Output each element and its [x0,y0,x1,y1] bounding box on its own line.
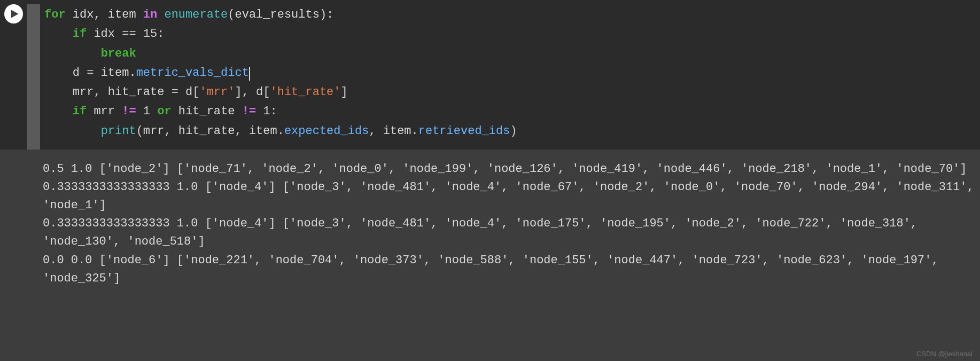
code-token: print [101,124,136,138]
code-token: retrieved_ids [418,124,510,138]
code-token: 1 [143,105,157,118]
code-token: != [122,105,143,118]
play-icon [10,9,19,19]
code-token: , [94,85,107,99]
code-token: mrr [143,124,165,138]
code-token: ): [320,8,333,21]
code-token: enumerate [164,8,228,21]
code-token: for [44,8,73,21]
code-token: . [411,124,418,138]
code-token: . [277,124,284,138]
code-token: metric_vals_dict [136,66,249,80]
code-token: != [242,105,263,118]
code-token: or [157,105,178,118]
code-token: : [270,105,277,118]
code-token: mrr [94,105,122,118]
gutter-strip [27,4,40,150]
code-line[interactable]: print(mrr, hit_rate, item.expected_ids, … [44,122,980,141]
code-token: ] [341,85,348,99]
code-token: d [73,66,87,80]
code-token: 'mrr' [199,85,235,99]
code-token: hit_rate [108,85,172,99]
code-token: idx [73,8,94,21]
code-token: , [369,124,383,138]
output-line: 0.0 0.0 ['node_6'] ['node_221', 'node_70… [43,252,980,288]
run-cell-button[interactable] [4,4,23,23]
code-line[interactable]: if idx == 15: [44,25,980,44]
code-token: = [172,85,185,99]
code-token: item [108,8,143,21]
code-token: 'hit_rate' [270,85,341,99]
code-line[interactable]: break [44,44,980,64]
output-line: 0.5 1.0 ['node_2'] ['node_71', 'node_2',… [43,160,980,178]
code-token: d [256,85,263,99]
cell-output: 0.5 1.0 ['node_2'] ['node_71', 'node_2',… [0,150,980,293]
code-token: . [129,66,136,80]
code-token: item [101,66,129,80]
code-token: , [94,8,107,21]
code-line[interactable]: mrr, hit_rate = d['mrr'], d['hit_rate'] [44,83,980,102]
code-token: d [185,85,192,99]
code-token: hit_rate [178,105,242,118]
cell-gutter [0,0,40,150]
code-token: : [157,27,164,41]
code-token: , [235,124,248,138]
output-line: 0.3333333333333333 1.0 ['node_4'] ['node… [43,215,980,251]
code-token: ], [235,85,256,99]
code-token: if [73,27,94,41]
code-line[interactable]: for idx, item in enumerate(eval_results)… [44,5,980,25]
code-token: [ [263,85,270,99]
code-token: idx [94,27,122,41]
code-token: ) [510,124,517,138]
code-token: 1 [263,105,270,118]
code-token: if [73,105,94,118]
code-editor[interactable]: for idx, item in enumerate(eval_results)… [40,0,980,150]
code-token: mrr [73,85,94,99]
text-cursor [249,67,250,81]
watermark: CSDN @jieshenai [916,350,973,358]
code-token: hit_rate [178,124,235,138]
code-token: in [143,8,165,21]
code-token: 15 [143,27,157,41]
code-line[interactable]: d = item.metric_vals_dict [44,64,980,83]
code-token: item [249,124,277,138]
code-token: ( [228,8,235,21]
code-token: ( [136,124,143,138]
code-cell: for idx, item in enumerate(eval_results)… [0,0,980,150]
code-token: [ [192,85,199,99]
code-token: == [122,27,143,41]
code-token: item [383,124,411,138]
code-token: eval_results [235,8,319,21]
output-line: 0.3333333333333333 1.0 ['node_4'] ['node… [43,178,980,215]
code-token: = [87,66,100,80]
code-token: expected_ids [284,124,369,138]
code-token: , [164,124,178,138]
code-line[interactable]: if mrr != 1 or hit_rate != 1: [44,102,980,121]
code-token: break [101,47,136,60]
